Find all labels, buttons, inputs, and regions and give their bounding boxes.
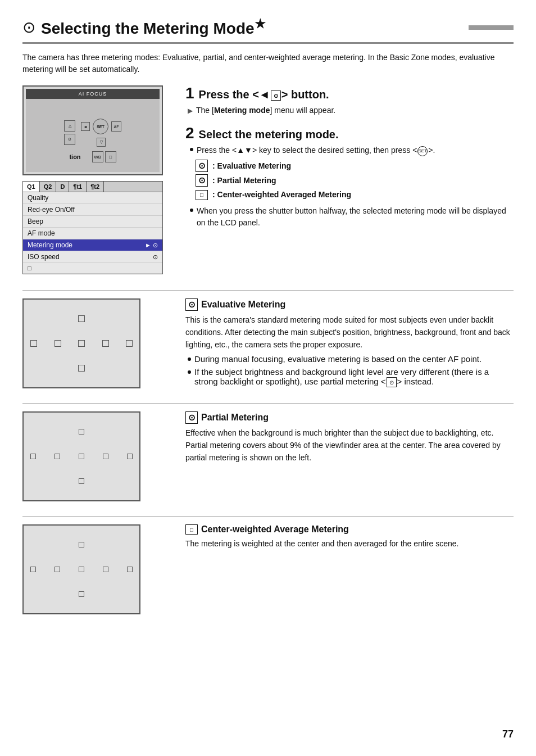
camera-wb-icon: WB bbox=[92, 151, 103, 162]
vf-row-2 bbox=[30, 340, 133, 347]
camera-set-button: SET bbox=[93, 119, 108, 134]
metering-option-center: □ : Center-weighted Averaged Metering bbox=[196, 189, 514, 201]
center-metering-icon: □ bbox=[196, 190, 208, 200]
title-camera-icon: ⊙ bbox=[22, 18, 35, 37]
steps-left-images: AI FOCUS △ ⊙ ◄ SET bbox=[22, 85, 174, 280]
menu-panel: Q1 Q2 D ¶t1 ¶t2 Quality Red-eye On/Off B… bbox=[22, 181, 163, 274]
partial-vf-row-3 bbox=[30, 478, 133, 484]
menu-tab-4[interactable]: ¶t1 bbox=[69, 182, 87, 192]
step-2-header: 2 Select the metering mode. bbox=[185, 125, 514, 141]
camera-screen-inner: AI FOCUS △ ⊙ ◄ SET bbox=[26, 89, 160, 172]
step-2-body: Press the <▲▼> key to select the desired… bbox=[185, 144, 514, 229]
camera-left-icons: △ ⊙ bbox=[64, 120, 75, 145]
center-dot-r2-1 bbox=[30, 567, 36, 572]
partial-heading-text: Partial Metering bbox=[201, 413, 269, 423]
steps-right: 1 Press the <◄⊙> button. ▶ The [Metering… bbox=[174, 85, 514, 280]
center-section: □ Center-weighted Average Metering The m… bbox=[22, 524, 514, 621]
center-vf-row-3 bbox=[30, 591, 133, 597]
step-2-title: Select the metering mode. bbox=[199, 128, 339, 141]
menu-tab-2[interactable]: Q2 bbox=[40, 182, 57, 192]
vf-dot-r2-5 bbox=[126, 340, 133, 347]
evaluative-viewfinder bbox=[22, 298, 140, 388]
partial-viewfinder bbox=[22, 411, 140, 501]
center-left bbox=[22, 524, 174, 621]
menu-item-beep-label: Beep bbox=[28, 218, 43, 225]
wb-label: WB bbox=[94, 155, 101, 160]
center-vf-dots bbox=[24, 526, 139, 613]
center-vf-row-1 bbox=[30, 542, 133, 547]
partial-vf-dots bbox=[24, 413, 139, 500]
menu-tab-3[interactable]: D bbox=[56, 182, 69, 192]
vf-row-1 bbox=[30, 315, 133, 322]
step-1-result-text: The [Metering mode] menu will appear. bbox=[196, 105, 335, 116]
step-2: 2 Select the metering mode. Press the <▲… bbox=[185, 125, 514, 229]
center-dot-top bbox=[79, 542, 84, 547]
evaluative-section-icon: ⊙ bbox=[185, 298, 198, 311]
step-1-result: ▶ The [Metering mode] menu will appear. bbox=[188, 105, 514, 116]
camera-bottom-row: tion WB □ bbox=[69, 151, 116, 162]
section-divider-3 bbox=[22, 516, 514, 517]
title-bar-decoration bbox=[469, 25, 514, 30]
camera-top-bar: AI FOCUS bbox=[26, 89, 160, 99]
center-section-icon: □ bbox=[185, 524, 198, 535]
menu-item-afmode: AF mode bbox=[23, 228, 162, 239]
intro-text: The camera has three metering modes: Eva… bbox=[22, 52, 514, 75]
step-2-instruction: Press the <▲▼> key to select the desired… bbox=[188, 144, 514, 156]
camera-top-icons: △ ⊙ ◄ SET AF bbox=[64, 119, 121, 147]
camera-af-button: AF bbox=[111, 121, 121, 132]
menu-item-iso-icon: ⊙ bbox=[153, 253, 158, 261]
page-number: 77 bbox=[502, 728, 514, 740]
menu-item-quality: Quality bbox=[23, 192, 162, 204]
menu-item-extra: □ bbox=[23, 263, 162, 274]
section-divider bbox=[22, 290, 514, 291]
vf-dot-center-bottom bbox=[78, 365, 85, 372]
vf-dots-container bbox=[24, 300, 139, 387]
eval-metering-label: : Evaluative Metering bbox=[212, 160, 291, 172]
partial-dot-r2-2 bbox=[54, 454, 60, 459]
center-right: □ Center-weighted Average Metering The m… bbox=[174, 524, 514, 621]
section-divider-2 bbox=[22, 403, 514, 404]
menu-item-redeye: Red-eye On/Off bbox=[23, 204, 162, 216]
metering-option-partial: ⊙ : Partial Metering bbox=[196, 174, 514, 187]
center-heading: □ Center-weighted Average Metering bbox=[185, 524, 514, 535]
evaluative-left bbox=[22, 298, 174, 395]
partial-section: ⊙ Partial Metering Effective when the ba… bbox=[22, 411, 514, 508]
partial-section-icon: ⊙ bbox=[185, 411, 198, 424]
partial-dot-r2-5 bbox=[127, 454, 133, 459]
af-label: AF bbox=[114, 125, 119, 129]
center-dot-r2-4 bbox=[103, 567, 108, 572]
page-title: Selecting the Metering Mode★ bbox=[41, 17, 460, 38]
step-2-number: 2 bbox=[185, 125, 194, 141]
center-body: The metering is weighted at the center a… bbox=[185, 538, 514, 550]
camera-bottom-icons: WB □ bbox=[92, 151, 116, 162]
evaluative-section: ⊙ Evaluative Metering This is the camera… bbox=[22, 298, 514, 395]
menu-tab-1[interactable]: Q1 bbox=[23, 182, 40, 192]
vf-dot-r2-1 bbox=[30, 340, 37, 347]
partial-dot-r2-4 bbox=[103, 454, 108, 459]
page-title-text: Selecting the Metering Mode bbox=[41, 20, 255, 37]
center-viewfinder bbox=[22, 524, 140, 614]
center-dot-r2-5 bbox=[127, 567, 133, 572]
menu-tab-5[interactable]: ¶t2 bbox=[87, 182, 104, 192]
evaluative-right: ⊙ Evaluative Metering This is the camera… bbox=[174, 298, 514, 395]
eval-bullet-dot-1 bbox=[188, 357, 191, 361]
menu-item-redeye-label: Red-eye On/Off bbox=[28, 206, 75, 214]
metering-option-evaluative: ⊙ : Evaluative Metering bbox=[196, 160, 514, 172]
step-1-number: 1 bbox=[185, 85, 194, 101]
steps-section: AI FOCUS △ ⊙ ◄ SET bbox=[22, 85, 514, 280]
partial-icon-inline: ⊙ bbox=[387, 377, 397, 387]
evaluative-heading-text: Evaluative Metering bbox=[201, 300, 285, 310]
menu-item-extra-value: □ bbox=[28, 265, 31, 271]
camera-center-col: ◄ SET AF ▽ bbox=[81, 119, 121, 147]
partial-vf-row-1 bbox=[30, 429, 133, 434]
camera-bottom-label: tion bbox=[69, 153, 80, 160]
title-star: ★ bbox=[255, 17, 266, 31]
vf-dot-r2-4 bbox=[102, 340, 109, 347]
step-2-note: When you press the shutter button halfwa… bbox=[188, 205, 514, 229]
partial-left bbox=[22, 411, 174, 508]
partial-vf-row-2 bbox=[30, 454, 133, 459]
bullet-dot-1 bbox=[190, 148, 193, 151]
metering-icon-inline: ⊙ bbox=[271, 90, 281, 101]
menu-item-quality-label: Quality bbox=[28, 194, 48, 202]
menu-item-metering-value: ► ⊙ bbox=[145, 242, 158, 249]
